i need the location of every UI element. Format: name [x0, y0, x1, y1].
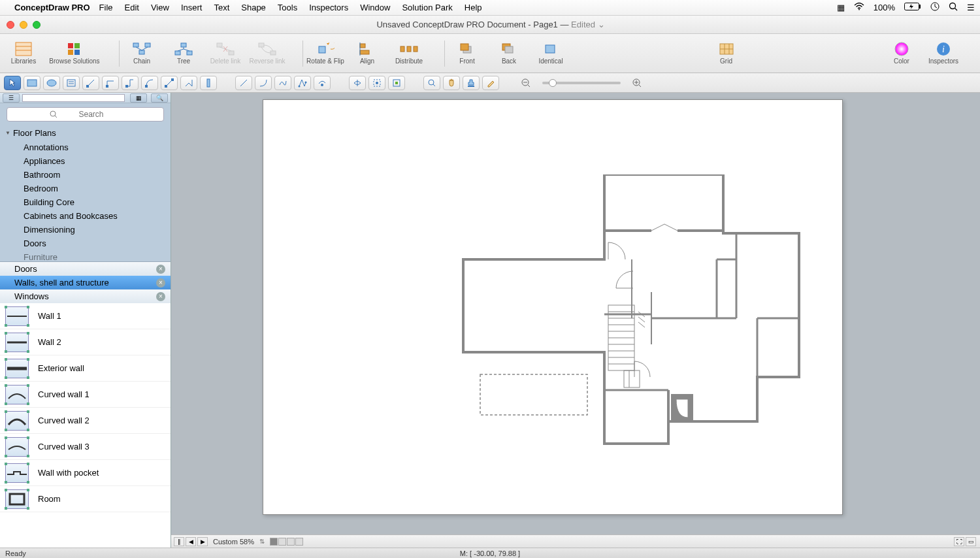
clock-icon[interactable] — [930, 2, 939, 13]
canvas-area[interactable]: ‖ ◀ ▶ Custom 58% ⇅ ⛶ ▭ — [171, 93, 980, 548]
grid-button[interactable]: Grid — [708, 42, 745, 65]
hand-tool[interactable] — [443, 76, 460, 90]
snap-tool-2[interactable] — [368, 76, 385, 90]
tree-appliances[interactable]: Appliances — [0, 154, 171, 168]
freehand-tool[interactable] — [314, 76, 331, 90]
wifi-icon[interactable] — [854, 3, 864, 12]
shape-room[interactable]: Room — [0, 486, 171, 512]
close-icon[interactable]: × — [156, 292, 165, 301]
color-button[interactable]: Color — [883, 42, 920, 65]
fit-button-1[interactable]: ⛶ — [954, 537, 964, 546]
snap-tool-3[interactable] — [388, 76, 405, 90]
align-button[interactable]: Align — [349, 42, 385, 65]
menu-shape[interactable]: Shape — [241, 3, 266, 12]
menu-view[interactable]: View — [151, 3, 169, 12]
connector-4[interactable] — [141, 76, 158, 90]
snap-tool-1[interactable] — [349, 76, 366, 90]
zoom-stepper[interactable]: ⇅ — [259, 538, 265, 545]
connector-7[interactable] — [200, 76, 217, 90]
tree-building-core[interactable]: Building Core — [0, 195, 171, 209]
line-tool[interactable] — [235, 76, 252, 90]
inspectors-button[interactable]: i Inspectors — [925, 42, 962, 65]
minimize-button[interactable] — [20, 21, 27, 29]
shape-wall-2[interactable]: Wall 2 — [0, 329, 171, 355]
canvas-page[interactable] — [263, 99, 843, 515]
menu-solution-park[interactable]: Solution Park — [402, 3, 452, 12]
zoom-tool[interactable] — [423, 76, 440, 90]
chevron-down-icon[interactable]: ⌄ — [598, 20, 605, 29]
chain-button[interactable]: Chain — [123, 42, 160, 65]
tree-bedroom[interactable]: Bedroom — [0, 182, 171, 195]
connector-2[interactable] — [102, 76, 119, 90]
panel-toggle-button[interactable]: ‖ — [174, 537, 184, 546]
close-icon[interactable]: × — [156, 278, 165, 287]
tree-bathroom[interactable]: Bathroom — [0, 168, 171, 182]
tree-doors[interactable]: Doors — [0, 237, 171, 250]
libraries-button[interactable]: Libraries — [5, 42, 42, 65]
menu-icon[interactable]: ☰ — [967, 3, 975, 12]
tree-floor-plans[interactable]: Floor Plans — [0, 125, 171, 140]
distribute-button[interactable]: Distribute — [391, 42, 427, 65]
ellipse-tool[interactable] — [43, 76, 60, 90]
sidebar-path-field[interactable] — [22, 94, 125, 102]
document-title[interactable]: Unsaved ConceptDraw PRO Document - Page1… — [41, 20, 941, 29]
reverse-link-button[interactable]: Reverse link — [249, 42, 286, 65]
menu-window[interactable]: Window — [360, 3, 390, 12]
prev-page-button[interactable]: ◀ — [186, 537, 196, 546]
close-icon[interactable]: × — [156, 265, 165, 274]
spline-tool[interactable] — [274, 76, 291, 90]
search-input[interactable] — [7, 107, 164, 122]
close-button[interactable] — [7, 21, 14, 29]
menu-file[interactable]: File — [99, 3, 113, 12]
next-page-button[interactable]: ▶ — [197, 537, 208, 546]
page-thumb-3[interactable] — [287, 538, 295, 546]
lib-windows[interactable]: Windows× — [0, 289, 171, 303]
lib-doors[interactable]: Doors× — [0, 262, 171, 276]
sidebar-view-list-button[interactable]: ☰ — [3, 93, 20, 103]
connector-6[interactable] — [180, 76, 197, 90]
shape-curved-wall-2[interactable]: Curved wall 2 — [0, 408, 171, 434]
menu-tools[interactable]: Tools — [278, 3, 297, 12]
zoom-out-button[interactable] — [517, 76, 534, 90]
bezier-tool[interactable] — [294, 76, 311, 90]
page-thumb-1[interactable] — [270, 538, 278, 546]
tree-annotations[interactable]: Annotations — [0, 140, 171, 154]
floorplan-drawing[interactable] — [462, 174, 802, 445]
sidebar-search-button[interactable]: 🔍 — [151, 93, 168, 103]
menu-edit[interactable]: Edit — [125, 3, 139, 12]
battery-icon[interactable] — [904, 3, 921, 12]
tree-cabinets[interactable]: Cabinets and Bookcases — [0, 209, 171, 223]
menu-inspectors[interactable]: Inspectors — [309, 3, 348, 12]
back-button[interactable]: Back — [491, 42, 527, 65]
zoom-button[interactable] — [33, 21, 41, 29]
arc-tool[interactable] — [255, 76, 272, 90]
rect-tool[interactable] — [24, 76, 41, 90]
zoom-level[interactable]: Custom 58% — [213, 538, 254, 546]
tree-furniture[interactable]: Furniture — [0, 250, 171, 261]
browse-solutions-button[interactable]: Browse Solutions — [47, 42, 102, 65]
tree-button[interactable]: Tree — [165, 42, 202, 65]
menu-insert[interactable]: Insert — [181, 3, 203, 12]
shape-wall-1[interactable]: Wall 1 — [0, 303, 171, 329]
text-tool[interactable] — [63, 76, 80, 90]
shape-exterior-wall[interactable]: Exterior wall — [0, 355, 171, 382]
rotate-flip-button[interactable]: Rotate & Flip — [307, 42, 344, 65]
connector-3[interactable] — [122, 76, 139, 90]
shape-curved-wall-1[interactable]: Curved wall 1 — [0, 382, 171, 408]
shape-wall-pocket[interactable]: Wall with pocket — [0, 460, 171, 486]
connector-5[interactable] — [161, 76, 178, 90]
zoom-in-button[interactable] — [629, 76, 645, 90]
connector-1[interactable] — [82, 76, 99, 90]
layout-icon[interactable]: ▦ — [837, 3, 845, 12]
identical-button[interactable]: Identical — [532, 42, 569, 65]
menu-help[interactable]: Help — [465, 3, 482, 12]
zoom-slider[interactable] — [542, 82, 621, 84]
delete-link-button[interactable]: Delete link — [207, 42, 244, 65]
spotlight-icon[interactable] — [949, 2, 958, 13]
stamp-tool[interactable] — [463, 76, 480, 90]
sidebar-grid-view-button[interactable]: ▦ — [130, 93, 147, 103]
page-thumb-4[interactable] — [295, 538, 303, 546]
page-thumb-2[interactable] — [278, 538, 286, 546]
pencil-tool[interactable] — [482, 76, 499, 90]
app-name[interactable]: ConceptDraw PRO — [14, 3, 90, 12]
